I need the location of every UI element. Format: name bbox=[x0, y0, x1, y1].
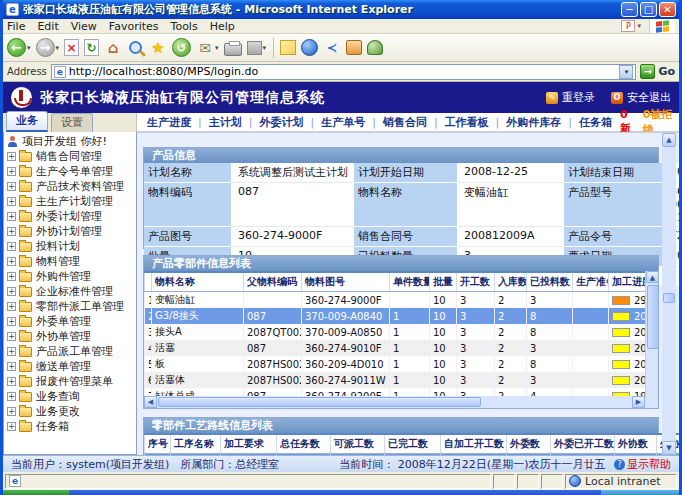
tree-item-7[interactable]: +物料管理 bbox=[6, 254, 136, 269]
start-button-sliver[interactable] bbox=[3, 490, 69, 495]
scroll-up-icon[interactable]: ▲ bbox=[646, 271, 659, 283]
sidebar-tab-业务[interactable]: 业务 bbox=[6, 111, 48, 132]
messenger-button[interactable] bbox=[301, 39, 318, 56]
parts-row-5[interactable]: 6活塞体2087HS002360-274-9011W11032320 % bbox=[145, 372, 646, 388]
scroll-right-icon[interactable]: ▶ bbox=[632, 396, 645, 408]
tree-item-14[interactable]: +缴送单管理 bbox=[6, 359, 136, 374]
tree-item-16[interactable]: +业务查询 bbox=[6, 389, 136, 404]
col-物料图号[interactable]: 物料图号 bbox=[302, 272, 390, 292]
tree-item-0[interactable]: +销售合同管理 bbox=[6, 149, 136, 164]
back-button[interactable]: ←▾ bbox=[7, 38, 31, 57]
col-工序名称[interactable]: 工序名称 bbox=[171, 434, 221, 454]
scroll-left-icon[interactable]: ◀ bbox=[144, 396, 157, 408]
parts-horizontal-scrollbar[interactable]: ◀ ▶ bbox=[144, 396, 645, 408]
main-vertical-scrollbar[interactable]: ▲ ▼ bbox=[662, 133, 676, 455]
parts-row-4[interactable]: 5板2087HS002360-209-4D01011032820 % bbox=[145, 356, 646, 372]
main-scroll-down-icon[interactable]: ▼ bbox=[662, 441, 676, 455]
col-加工进度[interactable]: 加工进度 bbox=[609, 272, 646, 292]
pdf-dropdown-caret[interactable]: ▾ bbox=[637, 22, 641, 30]
favorites-button[interactable]: ★ bbox=[149, 39, 167, 57]
col-单件数量[interactable]: 单件数量 bbox=[390, 272, 430, 292]
tree-item-5[interactable]: +外协计划管理 bbox=[6, 224, 136, 239]
tree-item-13[interactable]: +产品派工单管理 bbox=[6, 344, 136, 359]
nav-item-5[interactable]: 工作看板 bbox=[445, 115, 489, 130]
address-dropdown-caret[interactable]: ▾ bbox=[619, 65, 633, 79]
nav-item-3[interactable]: 生产单号 bbox=[321, 115, 365, 130]
expand-plus-icon[interactable]: + bbox=[7, 362, 16, 371]
parts-vertical-scrollbar[interactable]: ▲ bbox=[645, 271, 658, 396]
forward-button[interactable]: →▾ bbox=[36, 38, 60, 57]
expand-plus-icon[interactable]: + bbox=[7, 242, 16, 251]
menu-tools[interactable]: Tools bbox=[171, 20, 198, 33]
search-button[interactable] bbox=[127, 39, 144, 56]
home-button[interactable]: ⌂ bbox=[104, 39, 122, 57]
expand-plus-icon[interactable]: + bbox=[7, 392, 16, 401]
dropdown-caret-icon[interactable]: ▾ bbox=[215, 44, 219, 52]
menu-favorites[interactable]: Favorites bbox=[109, 20, 159, 33]
expand-plus-icon[interactable]: + bbox=[7, 287, 16, 296]
mail-button[interactable]: ✉▾ bbox=[196, 39, 219, 57]
expand-plus-icon[interactable]: + bbox=[7, 197, 16, 206]
expand-plus-icon[interactable]: + bbox=[7, 227, 16, 236]
parts-row-0[interactable]: 1变幅油缸360-274-9000F1032329 % bbox=[145, 292, 646, 309]
col-物料名称[interactable]: 物料名称 bbox=[152, 272, 244, 292]
col-外协数[interactable]: 外协数 bbox=[615, 434, 657, 454]
tree-item-1[interactable]: +生产令号单管理 bbox=[6, 164, 136, 179]
menu-view[interactable]: View bbox=[71, 20, 97, 33]
tree-item-12[interactable]: +外协单管理 bbox=[6, 329, 136, 344]
edit-button[interactable]: ▾ bbox=[247, 41, 267, 55]
menu-file[interactable]: File bbox=[7, 20, 25, 33]
nav-item-6[interactable]: 外购件库存 bbox=[506, 115, 561, 130]
parts-row-3[interactable]: 4活塞087360-274-9010F11032320 % bbox=[145, 340, 646, 356]
expand-plus-icon[interactable]: + bbox=[7, 377, 16, 386]
col-加工要求[interactable]: 加工要求 bbox=[221, 434, 277, 454]
relogin-link[interactable]: ✎ 重登录 bbox=[546, 90, 595, 105]
history-button[interactable]: ↺ bbox=[172, 38, 191, 57]
parts-row-2[interactable]: 3接头A2087QT002370-009-A085011032820 % bbox=[145, 324, 646, 340]
expand-plus-icon[interactable]: + bbox=[7, 422, 16, 431]
logout-link[interactable]: O 安全退出 bbox=[611, 90, 671, 105]
col-序号[interactable]: 序号 bbox=[145, 434, 171, 454]
msn-button[interactable]: ≺ bbox=[323, 39, 341, 57]
tree-item-11[interactable]: +外委单管理 bbox=[6, 314, 136, 329]
show-help-link[interactable]: ? 显示帮助 bbox=[614, 457, 671, 472]
minimize-button[interactable]: ─ bbox=[621, 2, 638, 17]
nav-item-2[interactable]: 外委计划 bbox=[259, 115, 303, 130]
dropdown-caret-icon[interactable]: ▾ bbox=[27, 44, 31, 52]
parts-row-1[interactable]: 2G3/8接头087370-009-A084011032820 % bbox=[145, 308, 646, 324]
maximize-button[interactable]: □ bbox=[640, 2, 657, 17]
tree-item-10[interactable]: +零部件派工单管理 bbox=[6, 299, 136, 314]
close-button[interactable]: ✕ bbox=[659, 2, 676, 17]
expand-plus-icon[interactable]: + bbox=[7, 347, 16, 356]
nav-item-7[interactable]: 任务箱 bbox=[579, 115, 612, 130]
print-button[interactable] bbox=[224, 40, 242, 56]
pdf-toolbar-icon[interactable]: P bbox=[621, 20, 635, 32]
expand-plus-icon[interactable]: + bbox=[7, 272, 16, 281]
dropdown-caret-icon[interactable]: ▾ bbox=[56, 44, 60, 52]
dropdown-caret-icon[interactable]: ▾ bbox=[263, 44, 267, 52]
expand-plus-icon[interactable]: + bbox=[7, 332, 16, 341]
col-生产准备[interactable]: 生产准备 bbox=[573, 272, 609, 292]
col-父物料编码[interactable]: 父物料编码 bbox=[244, 272, 302, 292]
parts-scroll-thumb[interactable] bbox=[647, 285, 659, 349]
menu-edit[interactable]: Edit bbox=[37, 20, 58, 33]
col-自加工开工数[interactable]: 自加工开工数 bbox=[441, 434, 507, 454]
tree-item-6[interactable]: +投料计划 bbox=[6, 239, 136, 254]
expand-plus-icon[interactable]: + bbox=[7, 212, 16, 221]
address-input[interactable]: e http://localhost:8080/MPS/login.do ▾ bbox=[51, 64, 637, 80]
col-外委数[interactable]: 外委数 bbox=[507, 434, 551, 454]
parts-hscroll-thumb[interactable] bbox=[158, 397, 481, 407]
go-button[interactable]: → Go bbox=[640, 64, 675, 79]
tree-item-8[interactable]: +外购件管理 bbox=[6, 269, 136, 284]
tree-item-15[interactable]: +报废件管理菜单 bbox=[6, 374, 136, 389]
research-button[interactable] bbox=[346, 40, 362, 55]
stop-button[interactable]: × bbox=[64, 39, 79, 56]
expand-plus-icon[interactable]: + bbox=[7, 167, 16, 176]
tree-item-18[interactable]: +任务箱 bbox=[6, 419, 136, 434]
col-已完工数[interactable]: 已完工数 bbox=[385, 434, 441, 454]
col-总任务数[interactable]: 总任务数 bbox=[277, 434, 331, 454]
discuss-button[interactable] bbox=[280, 40, 296, 55]
nav-item-1[interactable]: 主计划 bbox=[209, 115, 242, 130]
nav-item-0[interactable]: 生产进度 bbox=[147, 115, 191, 130]
expand-plus-icon[interactable]: + bbox=[7, 182, 16, 191]
